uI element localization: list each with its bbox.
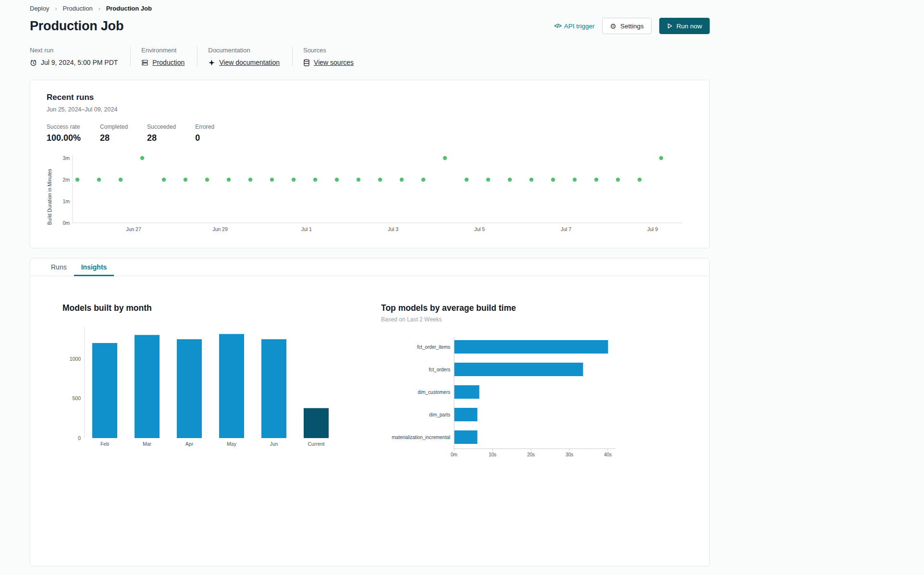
recent-runs-date-range: Jun 25, 2024–Jul 09, 2024 (47, 106, 693, 113)
svg-text:Apr: Apr (185, 441, 194, 447)
build-duration-chart: Build Duration in Minutes 0m1m2m3mJun 27… (47, 153, 693, 241)
svg-text:Jul 1: Jul 1 (301, 226, 312, 232)
models-built-by-month-block: Models built by month 05001000FebMarAprM… (62, 303, 362, 461)
settings-button[interactable]: ⚙ Settings (602, 18, 651, 34)
svg-text:0m: 0m (451, 452, 457, 457)
svg-text:500: 500 (72, 395, 81, 401)
svg-text:dim_parts: dim_parts (429, 412, 450, 417)
breadcrumb-production[interactable]: Production (62, 5, 92, 12)
stat-value: 100.00% (47, 133, 81, 143)
svg-text:30s: 30s (566, 452, 573, 457)
gear-icon: ⚙ (610, 23, 616, 30)
api-trigger-label: API trigger (564, 23, 595, 30)
top-models-block: Top models by average build time Based o… (381, 303, 680, 461)
models-built-title: Models built by month (62, 303, 362, 313)
documentation-icon (208, 59, 215, 66)
y-axis-label: Build Duration in Minutes (47, 159, 52, 235)
svg-text:Current: Current (308, 441, 324, 447)
svg-text:10s: 10s (489, 452, 496, 457)
svg-text:0: 0 (78, 435, 81, 441)
header-actions: </> API trigger ⚙ Settings Run now (554, 18, 710, 34)
svg-text:1m: 1m (62, 198, 70, 204)
meta-label: Next run (30, 47, 118, 54)
settings-label: Settings (620, 23, 644, 30)
next-run-time: Jul 9, 2024, 5:00 PM PDT (41, 59, 118, 66)
svg-text:May: May (227, 441, 237, 447)
meta-label: Documentation (208, 47, 280, 54)
breadcrumb-separator: › (99, 5, 100, 12)
view-documentation-link[interactable]: View documentation (219, 59, 280, 66)
meta-label: Sources (303, 47, 354, 54)
recent-runs-stats: Success rate 100.00% Completed 28 Succee… (47, 123, 693, 143)
svg-text:0m: 0m (62, 220, 70, 226)
top-models-title: Top models by average build time (381, 303, 680, 313)
top-models-subtitle: Based on Last 2 Weeks (381, 316, 680, 323)
recent-runs-card: Recent runs Jun 25, 2024–Jul 09, 2024 Su… (30, 80, 710, 248)
breadcrumb-production-job: Production Job (106, 5, 152, 12)
svg-text:Jun: Jun (270, 441, 278, 447)
meta-sources: Sources View sources (292, 47, 366, 66)
database-icon (303, 59, 310, 66)
svg-text:Jul 9: Jul 9 (647, 226, 658, 232)
svg-text:2m: 2m (62, 177, 70, 183)
stat-errored: Errored 0 (195, 123, 223, 143)
svg-text:materialization_incremental: materialization_incremental (392, 435, 450, 440)
breadcrumb-deploy[interactable]: Deploy (30, 5, 49, 12)
insights-panel: Models built by month 05001000FebMarAprM… (30, 276, 709, 480)
clock-icon (30, 59, 37, 66)
svg-text:20s: 20s (527, 452, 535, 457)
page-title: Production Job (30, 19, 123, 34)
code-icon: </> (554, 23, 561, 29)
svg-text:1000: 1000 (70, 356, 81, 362)
svg-text:dim_customers: dim_customers (418, 390, 450, 395)
svg-text:fct_orders: fct_orders (429, 367, 450, 372)
page-header: Production Job </> API trigger ⚙ Setting… (30, 18, 710, 34)
svg-text:Jul 3: Jul 3 (388, 226, 398, 232)
svg-text:Feb: Feb (100, 441, 109, 447)
view-sources-link[interactable]: View sources (314, 59, 354, 66)
breadcrumb: Deploy › Production › Production Job (30, 5, 710, 12)
tabs: Runs Insights (30, 258, 709, 276)
stat-label: Completed (100, 123, 128, 130)
stat-success-rate: Success rate 100.00% (47, 123, 81, 143)
top-models-chart: fct_order_itemsfct_ordersdim_customersdi… (381, 333, 680, 461)
recent-runs-title: Recent runs (47, 93, 693, 102)
stat-value: 28 (147, 133, 176, 143)
svg-text:40s: 40s (604, 452, 612, 457)
stat-succeeded: Succeeded 28 (147, 123, 176, 143)
stat-value: 0 (195, 133, 223, 143)
environment-icon (141, 59, 148, 66)
scatter-plot: 0m1m2m3mJun 27Jun 29Jul 1Jul 3Jul 5Jul 7… (52, 153, 684, 241)
job-meta-row: Next run Jul 9, 2024, 5:00 PM PDT Enviro… (30, 47, 710, 66)
svg-text:Jul 7: Jul 7 (561, 226, 571, 232)
svg-text:3m: 3m (62, 155, 70, 161)
api-trigger-link[interactable]: </> API trigger (554, 23, 594, 30)
svg-text:Jun 27: Jun 27 (126, 226, 141, 232)
stat-value: 28 (100, 133, 128, 143)
breadcrumb-separator: › (55, 5, 57, 12)
stat-completed: Completed 28 (100, 123, 128, 143)
run-now-button[interactable]: Run now (659, 18, 710, 34)
svg-text:fct_order_items: fct_order_items (417, 344, 450, 350)
svg-text:Mar: Mar (143, 441, 152, 447)
production-job-page: Deploy › Production › Production Job Pro… (30, 0, 710, 566)
environment-link[interactable]: Production (152, 59, 185, 66)
meta-next-run: Next run Jul 9, 2024, 5:00 PM PDT (30, 47, 130, 66)
run-now-label: Run now (677, 23, 702, 30)
meta-label: Environment (141, 47, 185, 54)
stat-label: Succeeded (147, 123, 176, 130)
runs-insights-card: Runs Insights Models built by month 0500… (30, 258, 710, 566)
svg-text:Jun 29: Jun 29 (212, 226, 228, 232)
play-icon (667, 23, 673, 29)
models-built-chart: 05001000FebMarAprMayJunCurrent (62, 324, 362, 456)
svg-text:Jul 5: Jul 5 (474, 226, 485, 232)
meta-documentation: Documentation View documentation (197, 47, 292, 66)
tab-insights[interactable]: Insights (74, 258, 114, 276)
tab-runs[interactable]: Runs (44, 258, 74, 276)
stat-label: Errored (195, 123, 223, 130)
meta-environment: Environment Production (130, 47, 197, 66)
stat-label: Success rate (47, 123, 81, 130)
